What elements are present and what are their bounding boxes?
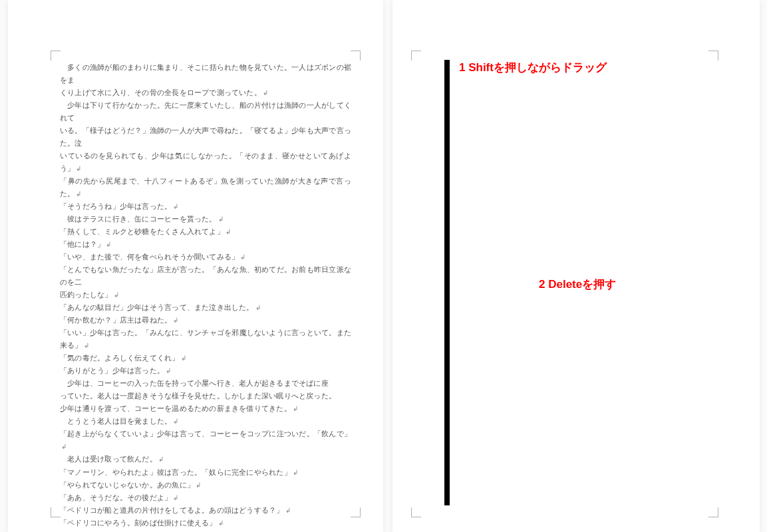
body-line: 「やられてないじゃないか。あの魚に」↲	[60, 479, 351, 491]
body-line: 「いや、また後で、何を食べられそうか聞いてみる」↲	[60, 251, 351, 263]
body-line: っていた。老人は一度起きそうな様子を見せた。しかしまた深い眠りへと戻った。	[60, 390, 351, 402]
paragraph-mark-icon: ↲	[226, 228, 231, 235]
document-canvas: 多くの漁師が船のまわりに集まり、そこに括られた物を見ていた。一人はズボンの裾をま…	[0, 0, 767, 532]
body-line: 「ペドリコが船と道具の片付けをしてるよ。あの頭はどうする？」↲	[60, 504, 351, 517]
paragraph-mark-icon: ↲	[240, 253, 245, 261]
crop-mark	[411, 507, 421, 517]
body-line: 「とんでもない魚だったな」店主が言った。「あんな魚、初めてだ。お前も昨日立派なの…	[60, 263, 351, 289]
body-line: 「マノーリン、やられたよ」彼は言った。「奴らに完全にやられた」↲	[60, 466, 351, 479]
paragraph-mark-icon: ↲	[173, 203, 178, 210]
paragraph-mark-icon: ↲	[293, 469, 298, 476]
selected-narrow-column[interactable]	[444, 60, 450, 505]
paragraph-mark-icon: ↲	[293, 405, 298, 412]
crop-mark	[51, 51, 61, 61]
annotation-delete: 2 Deleteを押す	[539, 277, 616, 292]
paragraph-mark-icon: ↲	[106, 241, 111, 248]
page-right	[392, 0, 760, 532]
body-line: 多くの漁師が船のまわりに集まり、そこに括られた物を見ていた。一人はズボンの裾をま	[60, 61, 351, 86]
crop-mark	[411, 51, 421, 61]
crop-mark	[351, 507, 361, 517]
body-line: 老人は受け取って飲んだ。↲	[60, 453, 351, 466]
body-line: 少年は通りを渡って、コーヒーを温めるための薪まきを借りてきた。↲	[60, 402, 351, 415]
page-left: 多くの漁師が船のまわりに集まり、そこに括られた物を見ていた。一人はズボンの裾をま…	[8, 0, 383, 532]
paragraph-mark-icon: ↲	[173, 317, 178, 324]
crop-mark	[708, 51, 718, 61]
body-line: 「ペドリコにやろう。刻めば仕掛けに使える」↲	[60, 517, 351, 529]
crop-mark	[51, 507, 61, 517]
paragraph-mark-icon: ↲	[218, 519, 224, 527]
body-line: いているのを見られても、少年は気にしなかった。「そのまま、寝かせといてあげよう」…	[60, 150, 351, 175]
paragraph-mark-icon: ↲	[181, 354, 186, 362]
body-line: 「気の毒だ。よろしく伝えてくれ」↲	[60, 352, 351, 364]
body-line: 「何か飲むか？」店主は尋ねた。↲	[60, 314, 351, 327]
body-line: 「起き上がらなくていいよ」少年は言って、コーヒーをコップに注ついだ。「飲んで」↲	[60, 428, 351, 453]
paragraph-mark-icon: ↲	[173, 494, 178, 501]
paragraph-mark-icon: ↲	[218, 215, 224, 223]
paragraph-mark-icon: ↲	[76, 165, 81, 172]
paragraph-mark-icon: ↲	[173, 418, 178, 425]
body-line: 「鼻の先から尻尾まで、十八フィートあるぞ」魚を測っていた漁師が大きな声で言った。…	[60, 175, 351, 200]
paragraph-mark-icon: ↲	[196, 481, 201, 489]
annotation-shift-drag: 1 Shiftを押しながらドラッグ	[459, 60, 607, 75]
body-line: 彼はテラスに行き、缶にコーヒーを貰った。↲	[60, 213, 351, 225]
paragraph-mark-icon: ↲	[76, 190, 81, 198]
body-line: 少年は下りて行かなかった。先に一度来ていたし、船の片付けは漁師の一人がしてくれて	[60, 99, 351, 124]
body-line: 匹釣ったしな」↲	[60, 289, 351, 301]
body-line: 「いい」少年は言った。「みんなに、サンチャゴを邪魔しないように言っといて。また来…	[60, 327, 351, 352]
body-line: とうとう老人は目を覚ました。↲	[60, 415, 351, 428]
body-line: いる。「様子はどうだ？」漁師の一人が大声で尋ねた。「寝てるよ」少年も大声で言った…	[60, 124, 351, 150]
body-line: 少年は、コーヒーの入った缶を持って小屋へ行き、老人が起きるまでそばに座	[60, 377, 351, 390]
body-line: 「ああ、そうだな。その後だよ」↲	[60, 491, 351, 504]
paragraph-mark-icon: ↲	[61, 443, 67, 450]
crop-mark	[708, 507, 718, 517]
paragraph-mark-icon: ↲	[255, 304, 261, 311]
paragraph-mark-icon: ↲	[158, 456, 164, 463]
body-line: 「ありがとう」少年は言った。↲	[60, 364, 351, 377]
paragraph-mark-icon: ↲	[84, 342, 89, 349]
body-line: くり上げて水に入り、その骨の全長をロープで測っていた。↲	[60, 86, 351, 99]
crop-mark	[351, 51, 361, 61]
body-line: 「あんなの駄目だ」少年はそう言って、また泣き出した。↲	[60, 301, 351, 314]
body-line: 「他には？」↲	[60, 238, 351, 251]
paragraph-mark-icon: ↲	[114, 291, 119, 299]
body-line: 「槍は？」↲	[60, 529, 351, 532]
paragraph-mark-icon: ↲	[285, 507, 291, 514]
paragraph-mark-icon: ↲	[263, 89, 268, 96]
body-line: 「熱くして、ミルクと砂糖をたくさん入れてよ」↲	[60, 225, 351, 238]
body-line: 「そうだろうね」少年は言った。↲	[60, 200, 351, 213]
paragraph-mark-icon: ↲	[166, 367, 171, 374]
body-text-block: 多くの漁師が船のまわりに集まり、そこに括られた物を見ていた。一人はズボンの裾をま…	[60, 61, 351, 532]
